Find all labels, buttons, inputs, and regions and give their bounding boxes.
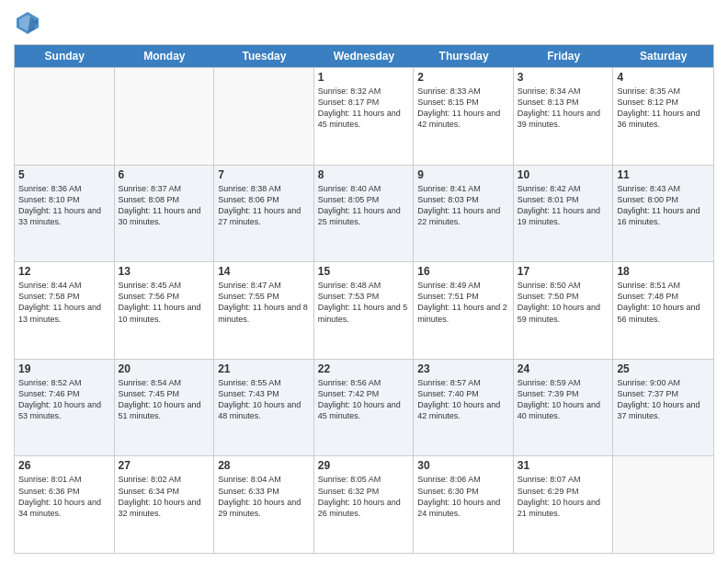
calendar-row-5: 26Sunrise: 8:01 AM Sunset: 6:36 PM Dayli… [15, 455, 713, 553]
day-number: 23 [417, 362, 509, 375]
day-info: Sunrise: 8:45 AM Sunset: 7:56 PM Dayligh… [119, 280, 210, 325]
calendar-cell-19: 19Sunrise: 8:52 AM Sunset: 7:46 PM Dayli… [15, 360, 115, 456]
day-number: 28 [218, 459, 310, 472]
calendar-cell-9: 9Sunrise: 8:41 AM Sunset: 8:03 PM Daylig… [414, 166, 514, 262]
header [14, 9, 714, 37]
calendar-cell-3: 3Sunrise: 8:34 AM Sunset: 8:13 PM Daylig… [514, 68, 614, 165]
day-number: 15 [318, 265, 410, 278]
logo-icon [14, 9, 41, 37]
calendar-row-1: 1Sunrise: 8:32 AM Sunset: 8:17 PM Daylig… [15, 67, 713, 165]
calendar-cell-28: 28Sunrise: 8:04 AM Sunset: 6:33 PM Dayli… [214, 456, 314, 553]
day-number: 31 [518, 459, 609, 472]
calendar-cell-empty [613, 456, 713, 553]
day-info: Sunrise: 8:57 AM Sunset: 7:40 PM Dayligh… [417, 377, 509, 422]
day-number: 21 [218, 362, 310, 375]
day-info: Sunrise: 8:51 AM Sunset: 7:48 PM Dayligh… [617, 280, 710, 325]
calendar-cell-29: 29Sunrise: 8:05 AM Sunset: 6:32 PM Dayli… [314, 456, 415, 553]
day-number: 13 [119, 265, 210, 278]
day-number: 18 [617, 265, 710, 278]
calendar-header: SundayMondayTuesdayWednesdayThursdayFrid… [15, 45, 713, 67]
header-day-sunday: Sunday [15, 45, 115, 67]
header-day-thursday: Thursday [414, 45, 514, 67]
day-number: 10 [518, 168, 609, 181]
day-info: Sunrise: 8:01 AM Sunset: 6:36 PM Dayligh… [18, 474, 110, 519]
calendar: SundayMondayTuesdayWednesdayThursdayFrid… [14, 44, 714, 554]
calendar-cell-22: 22Sunrise: 8:56 AM Sunset: 7:42 PM Dayli… [314, 360, 415, 456]
day-info: Sunrise: 8:41 AM Sunset: 8:03 PM Dayligh… [417, 183, 509, 228]
header-day-tuesday: Tuesday [214, 45, 314, 67]
day-info: Sunrise: 9:00 AM Sunset: 7:37 PM Dayligh… [617, 377, 710, 422]
calendar-cell-31: 31Sunrise: 8:07 AM Sunset: 6:29 PM Dayli… [514, 456, 614, 553]
day-number: 19 [18, 362, 110, 375]
day-info: Sunrise: 8:37 AM Sunset: 8:08 PM Dayligh… [119, 183, 210, 228]
day-number: 1 [318, 71, 410, 84]
day-info: Sunrise: 8:42 AM Sunset: 8:01 PM Dayligh… [518, 183, 609, 228]
calendar-cell-27: 27Sunrise: 8:02 AM Sunset: 6:34 PM Dayli… [115, 456, 215, 553]
day-number: 29 [318, 459, 410, 472]
calendar-cell-8: 8Sunrise: 8:40 AM Sunset: 8:05 PM Daylig… [314, 166, 415, 262]
header-day-wednesday: Wednesday [314, 45, 415, 67]
day-info: Sunrise: 8:50 AM Sunset: 7:50 PM Dayligh… [518, 280, 609, 325]
calendar-cell-11: 11Sunrise: 8:43 AM Sunset: 8:00 PM Dayli… [613, 166, 713, 262]
calendar-cell-10: 10Sunrise: 8:42 AM Sunset: 8:01 PM Dayli… [514, 166, 614, 262]
day-number: 30 [417, 459, 509, 472]
day-number: 6 [119, 168, 210, 181]
page: SundayMondayTuesdayWednesdayThursdayFrid… [0, 0, 728, 563]
day-info: Sunrise: 8:48 AM Sunset: 7:53 PM Dayligh… [318, 280, 410, 325]
day-info: Sunrise: 8:02 AM Sunset: 6:34 PM Dayligh… [119, 474, 210, 519]
calendar-cell-20: 20Sunrise: 8:54 AM Sunset: 7:45 PM Dayli… [115, 360, 215, 456]
calendar-cell-empty [15, 68, 115, 165]
day-info: Sunrise: 8:40 AM Sunset: 8:05 PM Dayligh… [318, 183, 410, 228]
day-number: 3 [518, 71, 609, 84]
day-info: Sunrise: 8:05 AM Sunset: 6:32 PM Dayligh… [318, 474, 410, 519]
day-number: 11 [617, 168, 710, 181]
day-info: Sunrise: 8:36 AM Sunset: 8:10 PM Dayligh… [18, 183, 110, 228]
calendar-cell-24: 24Sunrise: 8:59 AM Sunset: 7:39 PM Dayli… [514, 360, 614, 456]
day-number: 22 [318, 362, 410, 375]
calendar-cell-14: 14Sunrise: 8:47 AM Sunset: 7:55 PM Dayli… [214, 262, 314, 359]
calendar-cell-2: 2Sunrise: 8:33 AM Sunset: 8:15 PM Daylig… [414, 68, 514, 165]
header-day-saturday: Saturday [613, 45, 713, 67]
calendar-cell-15: 15Sunrise: 8:48 AM Sunset: 7:53 PM Dayli… [314, 262, 415, 359]
calendar-cell-empty [115, 68, 215, 165]
day-info: Sunrise: 8:49 AM Sunset: 7:51 PM Dayligh… [417, 280, 509, 325]
calendar-row-4: 19Sunrise: 8:52 AM Sunset: 7:46 PM Dayli… [15, 359, 713, 456]
day-info: Sunrise: 8:56 AM Sunset: 7:42 PM Dayligh… [318, 377, 410, 422]
day-number: 16 [417, 265, 509, 278]
day-number: 8 [318, 168, 410, 181]
day-info: Sunrise: 8:04 AM Sunset: 6:33 PM Dayligh… [218, 474, 310, 519]
day-number: 5 [18, 168, 110, 181]
calendar-cell-7: 7Sunrise: 8:38 AM Sunset: 8:06 PM Daylig… [214, 166, 314, 262]
calendar-cell-4: 4Sunrise: 8:35 AM Sunset: 8:12 PM Daylig… [613, 68, 713, 165]
day-info: Sunrise: 8:35 AM Sunset: 8:12 PM Dayligh… [617, 86, 710, 131]
day-info: Sunrise: 8:59 AM Sunset: 7:39 PM Dayligh… [518, 377, 609, 422]
day-info: Sunrise: 8:52 AM Sunset: 7:46 PM Dayligh… [18, 377, 110, 422]
day-number: 12 [18, 265, 110, 278]
day-info: Sunrise: 8:43 AM Sunset: 8:00 PM Dayligh… [617, 183, 710, 228]
day-info: Sunrise: 8:38 AM Sunset: 8:06 PM Dayligh… [218, 183, 310, 228]
day-info: Sunrise: 8:55 AM Sunset: 7:43 PM Dayligh… [218, 377, 310, 422]
calendar-cell-18: 18Sunrise: 8:51 AM Sunset: 7:48 PM Dayli… [613, 262, 713, 359]
calendar-cell-13: 13Sunrise: 8:45 AM Sunset: 7:56 PM Dayli… [115, 262, 215, 359]
calendar-cell-30: 30Sunrise: 8:06 AM Sunset: 6:30 PM Dayli… [414, 456, 514, 553]
day-info: Sunrise: 8:32 AM Sunset: 8:17 PM Dayligh… [318, 86, 410, 131]
calendar-row-2: 5Sunrise: 8:36 AM Sunset: 8:10 PM Daylig… [15, 165, 713, 262]
day-number: 26 [18, 459, 110, 472]
day-info: Sunrise: 8:07 AM Sunset: 6:29 PM Dayligh… [518, 474, 609, 519]
calendar-cell-12: 12Sunrise: 8:44 AM Sunset: 7:58 PM Dayli… [15, 262, 115, 359]
day-info: Sunrise: 8:33 AM Sunset: 8:15 PM Dayligh… [417, 86, 509, 131]
day-info: Sunrise: 8:44 AM Sunset: 7:58 PM Dayligh… [18, 280, 110, 325]
calendar-cell-1: 1Sunrise: 8:32 AM Sunset: 8:17 PM Daylig… [314, 68, 415, 165]
calendar-cell-16: 16Sunrise: 8:49 AM Sunset: 7:51 PM Dayli… [414, 262, 514, 359]
day-number: 7 [218, 168, 310, 181]
day-number: 27 [119, 459, 210, 472]
day-number: 20 [119, 362, 210, 375]
logo [14, 9, 45, 37]
day-number: 17 [518, 265, 609, 278]
calendar-body: 1Sunrise: 8:32 AM Sunset: 8:17 PM Daylig… [15, 67, 713, 553]
day-number: 2 [417, 71, 509, 84]
calendar-cell-empty [214, 68, 314, 165]
header-day-monday: Monday [115, 45, 215, 67]
day-number: 9 [417, 168, 509, 181]
day-number: 4 [617, 71, 710, 84]
